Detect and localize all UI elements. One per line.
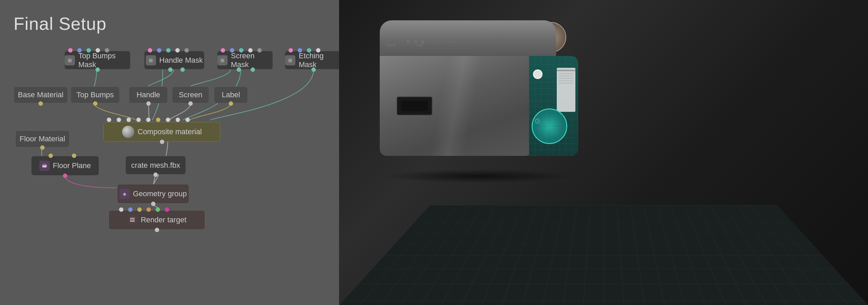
render-target-node[interactable]: 🖼 Render target <box>108 210 205 230</box>
base-material-node[interactable]: Base Material <box>14 86 68 103</box>
floor-material-node[interactable]: Floor Material <box>15 130 70 147</box>
screen-node[interactable]: Screen <box>172 86 209 103</box>
dot-ci-7[interactable] <box>166 118 170 122</box>
etching-mask-icon: ⊞ <box>285 55 295 65</box>
crate-top: ○ ○ ○ ···· ··· <box>380 20 556 59</box>
dot-hm-3[interactable] <box>166 48 171 53</box>
crate-right-face: ⚙ <box>529 56 578 156</box>
geometry-icon: ◈ <box>119 189 130 199</box>
dot-ci-2[interactable] <box>117 118 121 122</box>
handle-node[interactable]: Handle <box>129 86 168 103</box>
dot-ci-3[interactable] <box>126 118 131 122</box>
dot-bottom-tb[interactable] <box>93 101 97 106</box>
node-graph: ⊞ Top Bumps Mask ⊞ Handle Mask <box>7 44 332 295</box>
page-title: Final Setup <box>14 14 106 34</box>
top-bumps-mask-label: Top Bumps Mask <box>78 52 130 69</box>
dot-rt-4[interactable] <box>146 207 151 212</box>
dot-rt-6[interactable] <box>165 207 169 212</box>
dot-ci-1[interactable] <box>107 118 111 122</box>
dot-rt-2[interactable] <box>128 207 133 212</box>
handle-mask-icon: ⊞ <box>146 55 156 65</box>
floor-plane-icon: 🏔 <box>39 161 50 171</box>
dot-sm-2[interactable] <box>230 48 234 53</box>
right-white-circle <box>533 69 542 79</box>
dot-bottom-l[interactable] <box>229 101 233 106</box>
etching-mask-node[interactable]: ⊞ Etching Mask <box>285 51 342 69</box>
screen-label: Screen <box>179 90 202 99</box>
dot-bottom-cm[interactable] <box>154 172 158 177</box>
dot-bottom-sm1[interactable] <box>237 67 241 72</box>
dot-bottom-bm[interactable] <box>39 101 43 106</box>
dot-hm-2[interactable] <box>157 48 161 53</box>
dot-ci-6[interactable] <box>156 118 160 122</box>
dot-bottom-h[interactable] <box>146 101 151 106</box>
composite-sphere-icon <box>122 126 134 138</box>
screen-mask-label: Screen Mask <box>231 52 273 69</box>
crate-3d: ○ ○ ○ ···· ··· <box>380 20 576 149</box>
floor-material-label: Floor Material <box>20 135 65 143</box>
dot-em-3[interactable] <box>307 48 311 53</box>
geometry-group-node[interactable]: ◈ Geometry group <box>117 184 189 204</box>
dot-sm-5[interactable] <box>257 48 262 53</box>
crate-logo: ○○○ ···· ○○ <box>387 42 423 47</box>
crate-mesh-label: crate mesh.fbx <box>131 161 180 170</box>
dot-rt-1[interactable] <box>119 207 123 212</box>
label-node[interactable]: Label <box>214 86 248 103</box>
dot-bottom-hm2[interactable] <box>180 67 185 72</box>
dot-em-1[interactable] <box>289 48 293 53</box>
dot-rt-5[interactable] <box>156 207 160 212</box>
render-target-label: Render target <box>141 216 186 224</box>
dot-sm-4[interactable] <box>248 48 253 53</box>
dot-ci-5[interactable] <box>146 118 151 122</box>
dot-blue[interactable] <box>77 48 82 53</box>
composite-material-node[interactable]: Composite material <box>103 122 220 142</box>
dot-ci-8[interactable] <box>176 118 180 122</box>
dot-em-2[interactable] <box>298 48 302 53</box>
dot-bottom-fm[interactable] <box>40 145 45 150</box>
dot-top-fp-1[interactable] <box>48 154 53 158</box>
dot-bottom-em[interactable] <box>312 67 316 72</box>
top-bumps-mask-node[interactable]: ⊞ Top Bumps Mask <box>64 51 131 69</box>
dot-bottom-gg[interactable] <box>151 202 155 206</box>
dot-sm-1[interactable] <box>221 48 225 53</box>
usb-slot <box>397 97 432 115</box>
screen-mask-node[interactable]: ⊞ Screen Mask <box>217 51 273 69</box>
dot-hm-4[interactable] <box>175 48 180 53</box>
right-panel: ○ ○ ○ ···· ··· <box>339 0 868 305</box>
dot-pink[interactable] <box>68 48 73 53</box>
handle-mask-label: Handle Mask <box>159 56 203 65</box>
dot-teal[interactable] <box>86 48 91 53</box>
label-node-label: Label <box>222 90 240 99</box>
render-image: ○ ○ ○ ···· ··· <box>339 0 868 305</box>
composite-label: Composite material <box>138 127 202 136</box>
dot-sm-3[interactable] <box>239 48 243 53</box>
dot-bottom-sm2[interactable] <box>251 67 255 72</box>
dot-white[interactable] <box>96 48 100 53</box>
dot-bottom-composite[interactable] <box>160 140 164 144</box>
dot-hm-5[interactable] <box>184 48 189 53</box>
dot-bottom-s[interactable] <box>189 101 193 106</box>
dot-rt-3[interactable] <box>137 207 142 212</box>
dot-top-fp-2[interactable] <box>72 154 76 158</box>
dot-hm-1[interactable] <box>148 48 152 53</box>
handle-mask-node[interactable]: ⊞ Handle Mask <box>144 51 204 69</box>
geometry-group-label: Geometry group <box>133 189 187 198</box>
crate-shadow <box>383 169 573 183</box>
top-bumps-mask-icon: ⊞ <box>65 55 75 65</box>
dot-bottom-tbm[interactable] <box>95 67 100 72</box>
gear-icon: ⚙ <box>534 117 541 126</box>
dot-bottom-fp[interactable] <box>63 174 67 178</box>
dot-em-4[interactable] <box>316 48 320 53</box>
dot-gray[interactable] <box>105 48 109 53</box>
dot-ci-9[interactable] <box>185 118 190 122</box>
crate-front <box>380 56 532 156</box>
teal-circle <box>532 108 567 144</box>
crate-mesh-node[interactable]: crate mesh.fbx <box>125 156 186 175</box>
dot-ci-4[interactable] <box>136 118 141 122</box>
dot-bottom-rt[interactable] <box>155 228 159 232</box>
dot-bottom-hm1[interactable] <box>168 67 173 72</box>
render-icon: 🖼 <box>127 215 137 225</box>
top-bumps-node[interactable]: Top Bumps <box>71 86 120 103</box>
right-white-label <box>557 68 575 112</box>
floor-plane-node[interactable]: 🏔 Floor Plane <box>31 156 99 176</box>
